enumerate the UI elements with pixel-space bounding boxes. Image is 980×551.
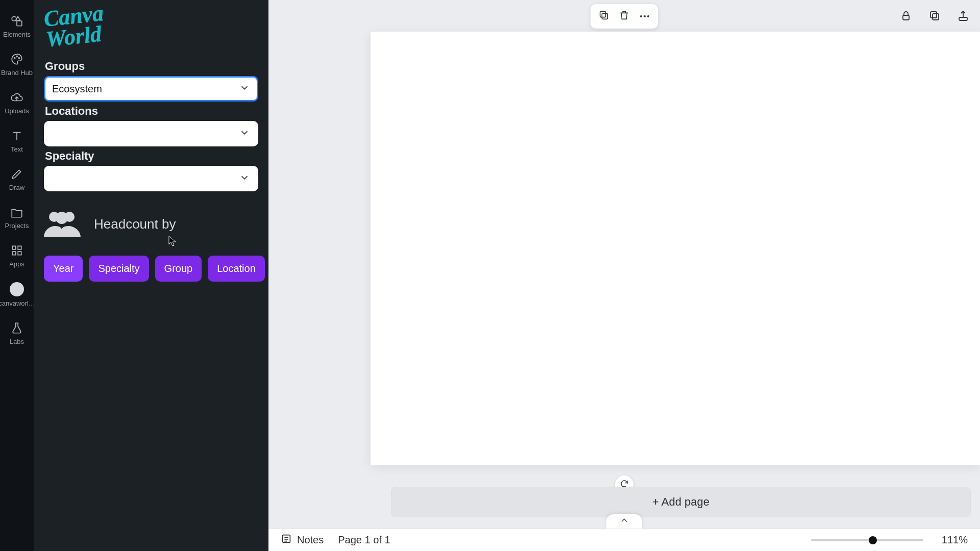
chevron-down-icon [239,127,250,141]
add-page-label: + Add page [652,495,709,509]
pencil-icon [10,167,23,181]
svg-rect-8 [18,252,21,255]
lock-icon [900,10,912,24]
svg-rect-12 [602,13,607,19]
add-page-button[interactable]: + Add page [391,487,971,517]
copy-icon [928,10,941,24]
svg-rect-16 [930,12,937,18]
svg-rect-5 [12,246,15,249]
rail-text[interactable]: Text [0,129,34,153]
headcount-label: Headcount by [94,216,176,232]
delete-button[interactable] [615,7,633,26]
rail-label: Elements [3,31,31,38]
specialty-select[interactable] [44,166,258,191]
chip-year[interactable]: Year [44,256,83,282]
left-rail: Elements Brand Hub Uploads Text Draw Pro… [0,0,34,551]
zoom-track [811,539,923,541]
rail-label: Projects [5,222,29,230]
svg-rect-1 [17,21,22,26]
svg-point-11 [56,212,68,224]
palette-icon [10,53,23,66]
groups-label: Groups [45,60,258,73]
chip-location[interactable]: Location [208,256,265,282]
groups-select[interactable]: Ecosystem [44,76,258,102]
rail-label: Labs [10,338,24,345]
headcount-chips: Year Specialty Group Location [44,256,258,282]
locations-label: Locations [45,105,258,118]
page-counter: Page 1 of 1 [338,534,390,546]
rail-projects[interactable]: Projects [0,206,34,230]
canvas-page[interactable] [371,32,980,465]
text-icon [10,129,23,142]
svg-rect-17 [959,17,967,20]
copy-page-button[interactable] [927,9,942,24]
specialty-label: Specialty [45,149,258,163]
rail-canvaworld-app[interactable]: canvaworl… [0,282,34,307]
notes-button[interactable]: Notes [281,533,324,547]
shapes-icon [10,14,23,28]
groups-value: Ecosystem [52,83,102,95]
svg-point-3 [16,56,17,57]
app-avatar-icon [10,282,24,296]
people-icon [44,209,81,239]
zoom-label: 111% [942,534,968,546]
canvas-toolbar [591,4,658,29]
rail-brand-hub[interactable]: Brand Hub [0,53,34,77]
rail-uploads[interactable]: Uploads [0,91,34,115]
export-button[interactable] [955,9,971,24]
trash-icon [619,10,630,23]
grid-icon [10,244,23,257]
notes-label: Notes [297,534,324,546]
side-panel: Canva World Groups Ecosystem Locations S… [34,0,268,551]
duplicate-icon [598,10,609,23]
rail-label: Text [11,145,23,153]
zoom-thumb[interactable] [869,536,877,544]
flask-icon [10,321,23,335]
svg-rect-7 [12,252,15,255]
svg-point-2 [14,58,15,59]
rail-label: Apps [9,260,24,268]
duplicate-button[interactable] [595,7,613,26]
logo: Canva World [43,0,259,49]
more-icon [640,15,649,17]
rail-labs[interactable]: Labs [0,321,34,345]
svg-rect-14 [903,15,909,20]
chevron-down-icon [239,82,250,96]
chip-group[interactable]: Group [155,256,202,282]
export-icon [957,10,969,24]
locations-select[interactable] [44,121,258,146]
svg-point-4 [18,58,19,59]
rail-label: Brand Hub [1,69,33,77]
chevron-up-icon [619,515,629,528]
more-button[interactable] [635,7,654,26]
rail-label: canvaworl… [0,299,35,307]
chevron-down-icon [239,172,250,186]
chip-specialty[interactable]: Specialty [89,256,149,282]
lock-button[interactable] [898,9,914,24]
expand-timeline-button[interactable] [606,514,642,529]
rail-label: Draw [9,184,24,191]
canvas-top-right [898,9,971,24]
zoom-slider[interactable] [811,539,923,541]
svg-rect-6 [18,246,21,249]
rail-apps[interactable]: Apps [0,244,34,268]
notes-icon [281,533,292,547]
headcount-row: Headcount by [44,209,258,239]
editor-area: + Add page Notes Page 1 of 1 111% [268,0,980,551]
rail-draw[interactable]: Draw [0,167,34,191]
svg-rect-13 [600,12,606,17]
bottom-bar: Notes Page 1 of 1 111% [268,529,980,551]
rail-elements[interactable]: Elements [0,14,34,38]
svg-rect-15 [933,14,939,20]
cloud-upload-icon [10,91,23,104]
rail-label: Uploads [5,107,29,115]
folder-icon [10,206,23,219]
